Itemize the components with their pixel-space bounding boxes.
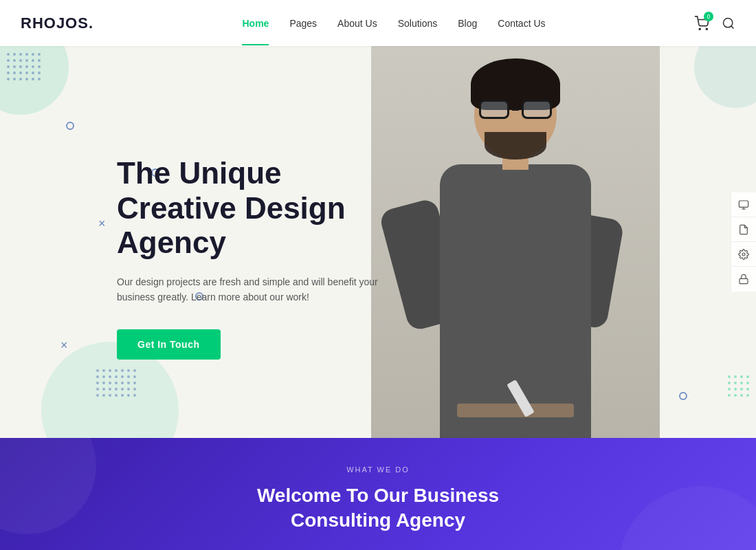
hero-person-bg bbox=[371, 46, 660, 438]
o-mark-1 bbox=[66, 122, 74, 130]
sidebar-lock[interactable] bbox=[731, 267, 756, 292]
cart-button[interactable]: 0 bbox=[694, 16, 709, 31]
header-actions: 0 bbox=[694, 16, 735, 31]
nav-blog[interactable]: Blog bbox=[458, 18, 477, 29]
lock-icon bbox=[738, 274, 749, 285]
hero-subtitle: Our design projects are fresh and simple… bbox=[117, 274, 378, 305]
svg-rect-4 bbox=[739, 201, 748, 207]
x-mark-1: × bbox=[98, 217, 106, 231]
purple-section: WHAT WE DO Welcome To Our Business Consu… bbox=[0, 438, 756, 550]
purple-title: Welcome To Our Business Consulting Agenc… bbox=[257, 483, 499, 534]
nav-pages[interactable]: Pages bbox=[289, 18, 317, 29]
sidebar-icons bbox=[731, 192, 756, 292]
header: RHOJOS. Home Pages About Us Solutions Bl… bbox=[0, 0, 756, 46]
monitor-icon bbox=[738, 199, 749, 210]
svg-point-2 bbox=[723, 18, 732, 27]
nav-contact[interactable]: Contact Us bbox=[498, 18, 545, 29]
eyebrow-text: WHAT WE DO bbox=[346, 465, 410, 474]
dots-bottom-left bbox=[96, 369, 136, 397]
logo: RHOJOS. bbox=[21, 14, 93, 32]
search-icon bbox=[722, 16, 735, 30]
svg-point-0 bbox=[699, 28, 700, 30]
dots-top-left bbox=[7, 53, 41, 80]
nav-home[interactable]: Home bbox=[242, 18, 269, 29]
sidebar-gear[interactable] bbox=[731, 242, 756, 267]
cta-button[interactable]: Get In Touch bbox=[117, 329, 221, 360]
dots-bottom-right bbox=[728, 375, 749, 397]
sidebar-file[interactable] bbox=[731, 217, 756, 242]
search-button[interactable] bbox=[722, 16, 735, 30]
main-nav: Home Pages About Us Solutions Blog Conta… bbox=[242, 18, 545, 29]
svg-point-7 bbox=[742, 253, 745, 256]
hero-content: The Unique Creative Design Agency Our de… bbox=[117, 156, 378, 360]
hero-title: The Unique Creative Design Agency bbox=[117, 156, 378, 261]
cart-badge: 0 bbox=[704, 12, 713, 21]
file-icon bbox=[738, 224, 749, 235]
svg-rect-8 bbox=[740, 278, 748, 283]
sidebar-monitor[interactable] bbox=[731, 192, 756, 217]
o-mark-3 bbox=[679, 392, 687, 400]
svg-point-1 bbox=[706, 28, 707, 30]
nav-about[interactable]: About Us bbox=[337, 18, 377, 29]
hero-section: × × × × The Unique Creative Design Agenc… bbox=[0, 46, 756, 438]
gear-icon bbox=[738, 249, 749, 260]
nav-solutions[interactable]: Solutions bbox=[398, 18, 438, 29]
deco-circle-top-right bbox=[694, 46, 756, 108]
x-mark-2: × bbox=[60, 338, 68, 353]
hero-image bbox=[371, 46, 660, 438]
svg-line-3 bbox=[731, 25, 734, 28]
